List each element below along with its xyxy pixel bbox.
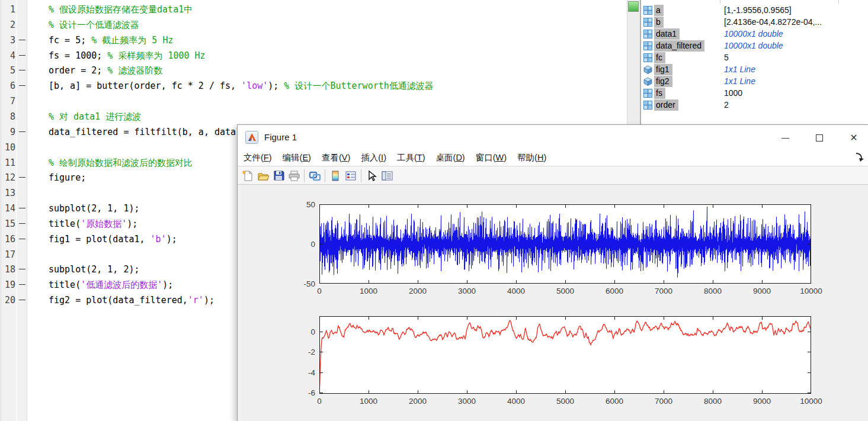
menu-tools[interactable]: 工具(T) xyxy=(397,152,425,163)
workspace-variable-row[interactable]: data_filtered10000x1 double xyxy=(641,40,868,52)
variable-name[interactable]: fig2 xyxy=(654,76,672,87)
figure-canvas: 0100020003000400050006000700080009000100… xyxy=(238,185,868,421)
link-plot-button[interactable] xyxy=(307,168,322,183)
line-number: 15 xyxy=(0,216,15,232)
y-tick-label: -2 xyxy=(308,348,315,356)
property-inspector-button[interactable] xyxy=(379,168,395,183)
workspace-variable-row[interactable]: b[2.4136e-04,4.8272e-04,... xyxy=(641,17,868,28)
line-number: 13 xyxy=(0,185,15,201)
code-line[interactable]: 5order = 2; % 滤波器阶数 xyxy=(0,63,627,78)
plot-area[interactable] xyxy=(319,316,811,394)
insert-legend-button[interactable] xyxy=(343,168,358,183)
workspace-variable-row[interactable]: fs1000 xyxy=(641,88,868,99)
line-object-icon xyxy=(643,65,652,74)
code-analyzer-indicator-icon[interactable] xyxy=(628,1,639,12)
line-number: 4 xyxy=(0,48,15,63)
variable-name[interactable]: order xyxy=(654,99,678,111)
workspace-variable-row[interactable]: order2 xyxy=(641,99,868,111)
y-tick-label: -50 xyxy=(303,279,315,288)
workspace-variable-row[interactable]: fig11x1 Line xyxy=(641,64,868,76)
figure-titlebar[interactable]: Figure 1 ✕ xyxy=(238,125,868,150)
executable-line-mark xyxy=(19,223,25,224)
code-text: fig2 = plot(data_filtered,'r'); xyxy=(49,293,214,308)
code-line[interactable]: 3fc = 5; % 截止频率为 5 Hz xyxy=(0,33,627,48)
workspace-variable-row[interactable]: fc5 xyxy=(641,52,868,64)
x-tick-label: 4000 xyxy=(507,287,525,295)
print-figure-button[interactable] xyxy=(286,168,302,183)
menu-edit[interactable]: 编辑(E) xyxy=(283,152,311,163)
variable-value: [1,-1.9556,0.9565] xyxy=(724,5,792,16)
variable-name[interactable]: a xyxy=(654,5,664,16)
code-line[interactable]: 1% 假设原始数据存储在变量data1中 xyxy=(0,2,627,17)
x-tick-label: 7000 xyxy=(655,287,672,295)
line-number: 12 xyxy=(0,170,15,185)
code-line[interactable]: 6[b, a] = butter(order, fc * 2 / fs, 'lo… xyxy=(0,78,627,94)
code-text: order = 2; % 滤波器阶数 xyxy=(49,63,162,78)
matrix-variable-icon xyxy=(643,6,652,15)
executable-line-mark xyxy=(19,208,25,208)
variable-value: 1000 xyxy=(724,88,742,99)
line-number: 1 xyxy=(0,2,15,17)
workspace-variable-row[interactable]: data110000x1 double xyxy=(641,28,868,40)
workspace-column-divider[interactable] xyxy=(838,0,839,4)
executable-line-mark xyxy=(19,300,25,300)
figure-menubar: 文件(F) 编辑(E) 查看(V) 插入(I) 工具(T) 桌面(D) 窗口(W… xyxy=(238,150,868,166)
insert-colorbar-button[interactable] xyxy=(328,168,343,183)
workspace-variable-row[interactable]: a[1,-1.9556,0.9565] xyxy=(641,5,868,17)
close-icon: ✕ xyxy=(850,133,857,143)
variable-name[interactable]: fig1 xyxy=(654,64,672,75)
x-tick-label: 1000 xyxy=(360,287,377,295)
menu-insert[interactable]: 插入(I) xyxy=(361,152,386,163)
line-number: 18 xyxy=(0,262,15,277)
menu-help[interactable]: 帮助(H) xyxy=(517,152,546,163)
matrix-variable-icon xyxy=(643,18,652,27)
variable-name[interactable]: fs xyxy=(654,88,665,99)
code-text: subplot(2, 1, 2); xyxy=(49,262,140,277)
new-figure-button[interactable] xyxy=(240,168,255,183)
variable-name[interactable]: b xyxy=(654,17,664,28)
x-tick-label: 5000 xyxy=(556,397,574,406)
colorbar-icon xyxy=(330,170,341,182)
code-line[interactable]: 8% 对 data1 进行滤波 xyxy=(0,109,627,124)
x-tick-label: 0 xyxy=(317,287,322,295)
x-tick-label: 1000 xyxy=(360,397,377,406)
subplot-filtered-data[interactable]: 0100020003000400050006000700080009000100… xyxy=(319,316,811,394)
link-icon xyxy=(309,170,321,182)
code-line[interactable]: 4fs = 1000; % 采样频率为 1000 Hz xyxy=(0,48,627,63)
variable-name[interactable]: fc xyxy=(654,52,665,63)
y-tick-label: -6 xyxy=(308,388,315,397)
line-number: 11 xyxy=(0,155,15,171)
signal-line xyxy=(320,207,811,277)
save-figure-button[interactable] xyxy=(271,168,286,183)
edit-plot-button[interactable] xyxy=(364,168,379,183)
variable-name[interactable]: data1 xyxy=(654,28,680,40)
dock-figure-icon[interactable] xyxy=(854,152,864,162)
code-line[interactable]: 2% 设计一个低通滤波器 xyxy=(0,17,627,33)
variable-name[interactable]: data_filtered xyxy=(654,40,704,52)
subplot-original-data[interactable]: 0100020003000400050006000700080009000100… xyxy=(319,204,811,284)
plot-area[interactable] xyxy=(319,204,811,284)
menu-view[interactable]: 查看(V) xyxy=(322,152,350,163)
code-line[interactable]: 7 xyxy=(0,94,627,109)
workspace-column-divider[interactable] xyxy=(720,0,720,4)
variable-value: 5 xyxy=(724,52,729,63)
executable-line-mark xyxy=(19,85,25,86)
menu-window[interactable]: 窗口(W) xyxy=(476,152,507,163)
close-button[interactable]: ✕ xyxy=(840,128,868,147)
variable-value: 1x1 Line xyxy=(724,76,755,87)
maximize-button[interactable] xyxy=(805,128,834,147)
open-file-button[interactable] xyxy=(255,168,271,183)
variable-value: [2.4136e-04,4.8272e-04,... xyxy=(724,17,822,28)
x-tick-label: 2000 xyxy=(409,397,427,406)
minimize-button[interactable] xyxy=(771,128,799,147)
workspace-variable-row[interactable]: fig21x1 Line xyxy=(641,76,868,88)
menu-file[interactable]: 文件(F) xyxy=(244,152,272,163)
toolbar-separator xyxy=(325,169,325,182)
code-text: % 设计一个低通滤波器 xyxy=(49,17,139,33)
matrix-variable-icon xyxy=(643,53,652,62)
menu-desktop[interactable]: 桌面(D) xyxy=(436,152,465,163)
new-document-icon xyxy=(242,170,254,182)
code-text: subplot(2, 1, 1); xyxy=(49,201,140,216)
x-tick-label: 8000 xyxy=(704,287,722,295)
matlab-desktop: 1% 假设原始数据存储在变量data1中2% 设计一个低通滤波器3fc = 5;… xyxy=(0,0,868,421)
